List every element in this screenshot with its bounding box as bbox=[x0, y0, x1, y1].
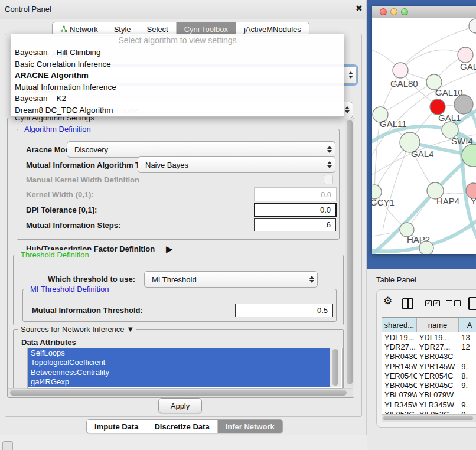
network-node[interactable] bbox=[419, 241, 433, 254]
collapse-down-icon[interactable]: ▼ bbox=[126, 325, 134, 334]
dpi-tolerance-field[interactable]: 0.0 bbox=[254, 203, 337, 217]
network-node[interactable] bbox=[458, 47, 473, 63]
manual-kernel-width-label: Manual Kernel Width Definition bbox=[26, 175, 139, 184]
apply-button[interactable]: Apply bbox=[158, 398, 202, 413]
node-label: GAL11 bbox=[380, 119, 407, 129]
table-cell bbox=[459, 352, 476, 361]
table-cell: 9. bbox=[459, 380, 476, 390]
table-cell: 8. bbox=[459, 371, 476, 380]
network-node[interactable] bbox=[393, 63, 408, 78]
zoom-traffic-light-icon[interactable] bbox=[401, 8, 408, 15]
mi-threshold-label: Mutual Information Threshold: bbox=[32, 306, 143, 315]
which-threshold-combobox[interactable]: MI Threshold bbox=[144, 271, 318, 288]
table-cell: YDL19... bbox=[382, 332, 417, 342]
table-cell: YBR043C bbox=[417, 352, 459, 361]
mi-type-label: Mutual Information Algorithm Type: bbox=[26, 161, 155, 169]
split-columns-icon[interactable] bbox=[402, 298, 413, 309]
table-cell: 9. bbox=[459, 361, 476, 371]
node-label: GCY1 bbox=[372, 197, 395, 207]
column-header[interactable]: shared... bbox=[382, 318, 417, 332]
settings-horizontal-scrollbar[interactable] bbox=[8, 388, 353, 397]
network-window-titlebar[interactable] bbox=[372, 6, 476, 18]
node-label: GAL bbox=[460, 61, 476, 71]
mi-steps-field[interactable]: 6 bbox=[254, 218, 336, 231]
algorithm-popup-item[interactable]: Bayesian – K2 bbox=[11, 93, 344, 105]
node-table[interactable]: shared...nameAYDL19...YDL19...13YDR27...… bbox=[382, 317, 476, 422]
settings-vertical-scrollbar[interactable] bbox=[345, 119, 354, 387]
table-cell: YBR043C bbox=[382, 352, 417, 361]
select-all-checkboxes-icon[interactable] bbox=[425, 300, 440, 306]
algorithm-popup-item[interactable]: Basic Correlation Inference bbox=[11, 58, 344, 70]
data-attributes-list: SelfLoopsTopologicalCoefficientBetweenne… bbox=[27, 348, 343, 389]
float-window-icon[interactable] bbox=[345, 6, 351, 12]
mi-steps-label: Mutual Information Steps: bbox=[26, 221, 120, 230]
minimize-traffic-light-icon[interactable] bbox=[390, 8, 397, 15]
table-panel-body: ⚙ shared...nameAYDL19...YDL19...13YDR27.… bbox=[376, 289, 476, 428]
algorithm-popup-item[interactable]: Bayesian – Hill Climbing bbox=[11, 47, 344, 58]
algorithm-popup-item[interactable]: ARACNE Algorithm bbox=[11, 70, 344, 81]
stepper-arrows-icon bbox=[307, 276, 317, 283]
tab-infer-network[interactable]: Infer Network bbox=[218, 420, 282, 433]
tab-impute-data[interactable]: Impute Data bbox=[87, 420, 146, 433]
group-title: Sources for Network Inference ▼ bbox=[18, 325, 136, 334]
collapsed-panel-button[interactable] bbox=[2, 441, 13, 450]
network-view-window: GALGAL80GAL10GAL1GAL11SWI4GAL4GCY1HAP4YH… bbox=[372, 6, 476, 254]
table-cell: 12 bbox=[459, 342, 476, 351]
attribute-list-item[interactable]: TopologicalCoefficient bbox=[28, 358, 330, 367]
attribute-list-item[interactable]: BetweennessCentrality bbox=[28, 368, 330, 377]
table-horizontal-scrollbar[interactable] bbox=[382, 414, 476, 422]
table-row[interactable]: YDL19...YDL19...13 bbox=[382, 332, 476, 342]
table-row[interactable]: YBL079WYBL079W bbox=[382, 390, 476, 400]
table-cell: YDR27... bbox=[417, 342, 459, 351]
table-row[interactable]: YDR27...YDR27...12 bbox=[382, 342, 476, 351]
control-panel: Control Panel ✖ Network Style Select Cyn… bbox=[0, 0, 367, 435]
close-icon[interactable]: ✖ bbox=[356, 4, 363, 13]
network-graph: GALGAL80GAL10GAL1GAL11SWI4GAL4GCY1HAP4YH… bbox=[372, 18, 476, 254]
attribute-list-item[interactable]: gal4RGexp bbox=[28, 377, 330, 387]
network-canvas[interactable]: GALGAL80GAL10GAL1GAL11SWI4GAL4GCY1HAP4YH… bbox=[372, 18, 476, 254]
table-row[interactable]: YBR045CYBR045C9. bbox=[382, 380, 476, 390]
table-cell bbox=[459, 390, 476, 400]
attributes-list-scrollbar[interactable] bbox=[330, 348, 341, 387]
table-cell: YBR045C bbox=[417, 380, 459, 390]
node-label: GAL10 bbox=[435, 87, 463, 97]
aracne-mode-combobox[interactable]: Discovery bbox=[67, 141, 335, 158]
table-cell: YBL079W bbox=[417, 390, 459, 400]
group-title: Algorithm Definition bbox=[22, 125, 93, 133]
algorithm-popup-item[interactable]: Mutual Information Inference bbox=[11, 81, 344, 93]
table-panel: Table Panel ⚙ shared...nameAYDL19...YDL1… bbox=[367, 269, 476, 450]
close-traffic-light-icon[interactable] bbox=[380, 8, 387, 15]
control-panel-title: Control Panel bbox=[5, 5, 51, 14]
table-row[interactable]: YPR145WYPR145W9. bbox=[382, 361, 476, 371]
kernel-width-label: Kernel Width (0,1): bbox=[26, 190, 94, 199]
tab-discretize-data[interactable]: Discretize Data bbox=[146, 420, 217, 433]
expand-right-icon[interactable]: ▶ bbox=[166, 244, 173, 255]
document-icon[interactable] bbox=[468, 297, 476, 310]
network-edge[interactable] bbox=[400, 50, 465, 70]
dpi-tolerance-label: DPI Tolerance [0,1]: bbox=[26, 206, 97, 214]
table-cell: YER054C bbox=[417, 371, 459, 380]
network-node[interactable] bbox=[454, 95, 473, 114]
column-header[interactable]: A bbox=[459, 318, 476, 332]
table-row[interactable]: YER054CYER054C8. bbox=[382, 371, 476, 380]
mi-threshold-field[interactable]: 0.5 bbox=[235, 304, 333, 317]
deselect-all-checkboxes-icon[interactable] bbox=[446, 300, 461, 306]
data-attributes-label: Data Attributes bbox=[21, 338, 76, 347]
table-row[interactable]: YLR345WYLR345W9. bbox=[382, 400, 476, 409]
attribute-list-item[interactable]: SelfLoops bbox=[28, 348, 330, 358]
mi-algorithm-type-combobox[interactable]: Naive Bayes bbox=[138, 156, 335, 173]
table-cell: YER054C bbox=[382, 371, 417, 380]
gear-icon[interactable]: ⚙ bbox=[383, 296, 392, 306]
kernel-width-field[interactable]: 0.0 bbox=[254, 187, 337, 201]
group-title: Threshold Definition bbox=[18, 250, 92, 259]
table-row[interactable]: YBR043CYBR043C bbox=[382, 352, 476, 361]
column-header[interactable]: name bbox=[417, 318, 459, 332]
table-cell: YBR045C bbox=[382, 380, 417, 390]
network-edge[interactable] bbox=[383, 142, 410, 230]
manual-kernel-width-checkbox[interactable] bbox=[324, 175, 333, 184]
node-label: GAL4 bbox=[411, 149, 433, 159]
which-threshold-label: Which threshold to use: bbox=[48, 275, 135, 283]
network-node[interactable] bbox=[469, 19, 476, 33]
algorithm-popup-item[interactable]: Dream8 DC_TDC Algorithm bbox=[11, 105, 344, 116]
table-cell: YDR27... bbox=[382, 342, 417, 351]
